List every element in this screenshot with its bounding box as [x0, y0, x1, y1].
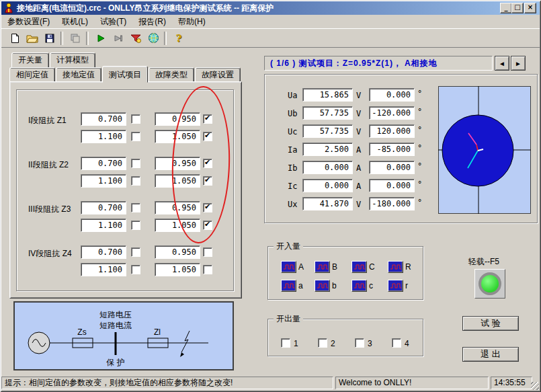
ia-angle-field[interactable]: -85.000 [369, 143, 415, 156]
report-button[interactable] [128, 30, 144, 46]
uc-magnitude-field[interactable]: 57.735 [302, 124, 353, 138]
z4-factor-105-checkbox[interactable] [203, 265, 212, 274]
ic-angle-field[interactable]: 0.000 [369, 179, 415, 192]
ux-magnitude-field[interactable]: 41.870 [302, 197, 353, 210]
z4-setting-checkbox[interactable] [131, 247, 140, 257]
output-checkbox-3[interactable] [355, 338, 364, 348]
z1-setting-input[interactable]: 0.700 [81, 112, 126, 126]
ib-angle-field[interactable]: 0.000 [369, 161, 415, 174]
close-button[interactable]: × [524, 3, 536, 13]
menu-connect[interactable]: 联机(L) [56, 15, 94, 29]
output-checkbox-4[interactable] [392, 338, 401, 348]
z4-factor-105-input[interactable]: 1.050 [155, 263, 200, 276]
reading-label-ib: Ib [288, 163, 297, 173]
app-window: 接地距离(电流恒定).crc - ONLLY昂立系列继电保护测试系统 -- 距离… [0, 0, 541, 392]
minimize-button[interactable]: _ [500, 3, 512, 13]
z2-factor-095-input[interactable]: 0.950 [155, 157, 200, 170]
uc-angle-field[interactable]: 120.000 [369, 124, 415, 138]
input-label-A: A [298, 262, 304, 272]
z2-factor-105-input[interactable]: 1.050 [155, 174, 200, 188]
tab-switch-quantity[interactable]: 开关量 [11, 52, 49, 68]
z1-factor-105-checkbox[interactable] [203, 132, 212, 141]
output-checkbox-1[interactable] [281, 338, 290, 348]
z3-factor-105-input[interactable]: 1.050 [155, 219, 200, 232]
resize-grip[interactable] [531, 382, 539, 390]
z1-setting-checkbox[interactable] [131, 114, 140, 124]
z3-setting-input[interactable]: 0.700 [81, 201, 126, 214]
circuit-label-short-current: 短路电流 [99, 321, 132, 330]
status-time: 14:35:55 [491, 377, 532, 389]
arrow-left-icon: ◄ [499, 60, 505, 67]
output-label-4: 4 [405, 339, 409, 348]
ux-angle-field[interactable]: -180.000 [369, 197, 415, 210]
step-forward-button[interactable] [110, 30, 126, 46]
z1-factor-095-checkbox[interactable] [203, 114, 212, 124]
open-file-button[interactable] [24, 30, 40, 46]
menu-report[interactable]: 报告(R) [132, 15, 172, 29]
ub-magnitude-field[interactable]: 57.735 [302, 106, 353, 120]
input-label-B: B [332, 262, 337, 272]
z3-setting2-input[interactable]: 1.100 [81, 219, 126, 232]
help-button[interactable]: ? [171, 30, 187, 46]
exit-button[interactable]: 退 出 [462, 347, 519, 362]
z4-setting-input[interactable]: 0.700 [81, 245, 126, 259]
maximize-button[interactable]: □ [511, 3, 524, 13]
z1-factor-095-input[interactable]: 0.950 [155, 112, 200, 126]
online-globe-button[interactable] [145, 30, 161, 46]
tab-ground-setting[interactable]: 接地定值 [56, 67, 101, 83]
window-copy-icon [70, 33, 81, 44]
z4-factor-095-checkbox[interactable] [203, 247, 212, 257]
menu-test[interactable]: 试验(T) [94, 15, 132, 29]
z2-setting-checkbox[interactable] [131, 159, 140, 168]
ux-unit: V [356, 200, 361, 209]
z2-factor-105-checkbox[interactable] [203, 176, 212, 186]
tab-phase-setting[interactable]: 相间定值 [9, 67, 55, 83]
save-icon [44, 33, 55, 44]
ic-magnitude-field[interactable]: 0.000 [302, 179, 353, 192]
tab-fault-type[interactable]: 故障类型 [149, 67, 194, 83]
green-led-icon [478, 272, 501, 295]
menu-parameter-settings[interactable]: 参数设置(F) [1, 15, 56, 29]
window-copy-button[interactable] [67, 30, 83, 46]
menu-help[interactable]: 帮助(H) [172, 15, 212, 29]
run-test-button[interactable] [93, 30, 109, 46]
tab-fault-setting[interactable]: 故障设置 [195, 67, 241, 83]
ua-magnitude-field[interactable]: 15.865 [302, 88, 353, 102]
impedance-z4-label: IV段阻抗 Z4 [28, 248, 72, 260]
new-file-button[interactable] [7, 30, 23, 46]
ua-angle-field[interactable]: 0.000 [369, 88, 415, 102]
arrow-right-icon: ► [515, 60, 522, 67]
z2-factor-095-checkbox[interactable] [203, 159, 212, 168]
z4-setting2-checkbox[interactable] [131, 265, 140, 274]
z1-setting2-input[interactable]: 1.100 [81, 130, 126, 143]
light-load-button[interactable] [474, 269, 505, 299]
z1-setting2-checkbox[interactable] [131, 132, 140, 141]
z3-factor-095-input[interactable]: 0.950 [155, 201, 200, 214]
ia-magnitude-field[interactable]: 2.500 [302, 143, 353, 156]
z3-setting-checkbox[interactable] [131, 203, 140, 212]
input-indicator-b [315, 280, 330, 292]
z2-setting-input[interactable]: 0.700 [81, 157, 126, 170]
output-checkbox-2[interactable] [318, 338, 327, 348]
z3-factor-105-checkbox[interactable] [203, 221, 212, 230]
ib-magnitude-field[interactable]: 0.000 [302, 161, 353, 174]
run-icon [95, 33, 106, 44]
tab-test-items[interactable]: 测试项目 [102, 66, 148, 83]
z2-setting2-input[interactable]: 1.100 [81, 174, 126, 188]
z3-setting2-checkbox[interactable] [131, 221, 140, 230]
next-test-item-button[interactable]: ► [511, 56, 526, 71]
z1-factor-105-input[interactable]: 1.050 [155, 130, 200, 143]
status-welcome: Welcome to ONLLY! [335, 377, 489, 389]
start-test-button[interactable]: 试 验 [462, 316, 519, 331]
z4-factor-095-input[interactable]: 0.950 [155, 245, 200, 259]
z3-factor-095-checkbox[interactable] [203, 203, 212, 212]
input-label-c: c [369, 281, 373, 290]
z2-setting2-checkbox[interactable] [131, 176, 140, 186]
reading-label-ic: Ic [288, 182, 297, 191]
toolbar: ? [1, 28, 540, 48]
prev-test-item-button[interactable]: ◄ [495, 56, 509, 71]
save-button[interactable] [42, 30, 58, 46]
tab-calc-model[interactable]: 计算模型 [50, 52, 95, 68]
ub-angle-field[interactable]: -120.000 [369, 106, 415, 120]
z4-setting2-input[interactable]: 1.100 [81, 263, 126, 276]
